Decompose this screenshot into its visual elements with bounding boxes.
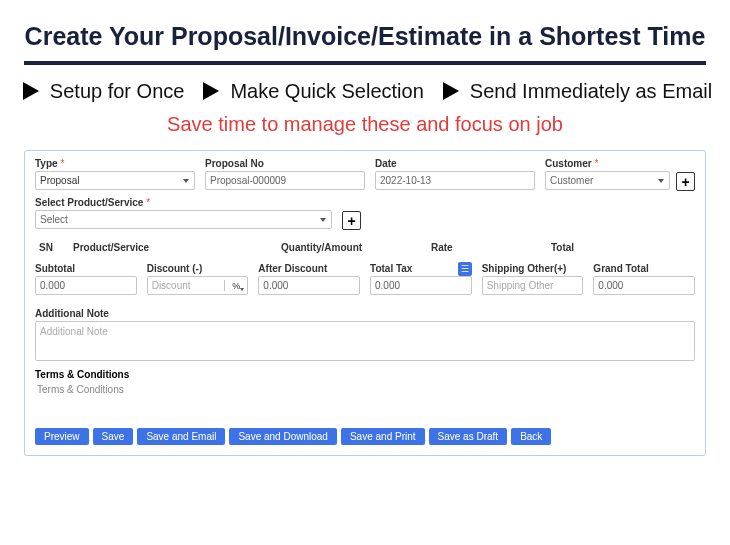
grand-total-input[interactable]: 0.000 xyxy=(593,276,695,295)
feature-label: Send Immediately as Email xyxy=(470,80,712,103)
col-qty: Quantity/Amount xyxy=(281,242,421,253)
feature-label: Make Quick Selection xyxy=(230,80,423,103)
proposal-no-input[interactable]: Proposal-000009 xyxy=(205,171,365,190)
back-button[interactable]: Back xyxy=(511,428,551,445)
shipping-input[interactable]: Shipping Other xyxy=(482,276,584,295)
after-discount-label: After Discount xyxy=(258,263,360,274)
customer-label: Customer xyxy=(545,158,670,169)
play-icon xyxy=(438,79,462,103)
product-label: Select Product/Service xyxy=(35,197,332,208)
discount-unit-select[interactable]: % xyxy=(225,281,247,291)
tagline: Save time to manage these and focus on j… xyxy=(0,113,730,136)
save-draft-button[interactable]: Save as Draft xyxy=(429,428,508,445)
feature-setup: Setup for Once xyxy=(18,79,185,103)
col-total: Total xyxy=(551,242,691,253)
subtotal-label: Subtotal xyxy=(35,263,137,274)
divider xyxy=(24,61,706,65)
add-product-button[interactable]: + xyxy=(342,211,361,230)
items-table-header: SN Product/Service Quantity/Amount Rate … xyxy=(35,236,695,259)
play-icon xyxy=(18,79,42,103)
subtotal-input[interactable]: 0.000 xyxy=(35,276,137,295)
save-print-button[interactable]: Save and Print xyxy=(341,428,425,445)
terms-label: Terms & Conditions xyxy=(35,369,695,380)
date-label: Date xyxy=(375,158,535,169)
additional-note-label: Additional Note xyxy=(35,308,109,319)
form-card: Type Proposal Proposal No Proposal-00000… xyxy=(24,150,706,456)
grand-total-label: Grand Total xyxy=(593,263,695,274)
date-input[interactable]: 2022-10-13 xyxy=(375,171,535,190)
col-rate: Rate xyxy=(431,242,541,253)
add-customer-button[interactable]: + xyxy=(676,172,695,191)
page-title: Create Your Proposal/Invoice/Estimate in… xyxy=(0,22,730,51)
discount-input[interactable]: Discount % xyxy=(147,276,249,295)
type-select[interactable]: Proposal xyxy=(35,171,195,190)
shipping-label: Shipping Other(+) xyxy=(482,263,584,274)
col-sn: SN xyxy=(39,242,63,253)
tax-menu-icon[interactable]: ☰ xyxy=(458,262,472,276)
total-tax-label: Total Tax xyxy=(370,263,412,274)
feature-label: Setup for Once xyxy=(50,80,185,103)
terms-textarea[interactable]: Terms & Conditions xyxy=(35,380,695,420)
feature-email: Send Immediately as Email xyxy=(438,79,712,103)
customer-select[interactable]: Customer xyxy=(545,171,670,190)
product-select[interactable]: Select xyxy=(35,210,332,229)
after-discount-input[interactable]: 0.000 xyxy=(258,276,360,295)
action-buttons: Preview Save Save and Email Save and Dow… xyxy=(35,428,695,445)
feature-row: Setup for Once Make Quick Selection Send… xyxy=(12,79,718,103)
feature-quick: Make Quick Selection xyxy=(198,79,423,103)
discount-value[interactable]: Discount xyxy=(148,280,226,291)
proposal-no-label: Proposal No xyxy=(205,158,365,169)
total-tax-input[interactable]: 0.000 xyxy=(370,276,472,295)
save-email-button[interactable]: Save and Email xyxy=(137,428,225,445)
col-product: Product/Service xyxy=(73,242,271,253)
play-icon xyxy=(198,79,222,103)
additional-note-textarea[interactable]: Additional Note xyxy=(35,321,695,361)
discount-label: Discount (-) xyxy=(147,263,249,274)
save-button[interactable]: Save xyxy=(93,428,134,445)
type-label: Type xyxy=(35,158,195,169)
save-download-button[interactable]: Save and Download xyxy=(229,428,337,445)
preview-button[interactable]: Preview xyxy=(35,428,89,445)
